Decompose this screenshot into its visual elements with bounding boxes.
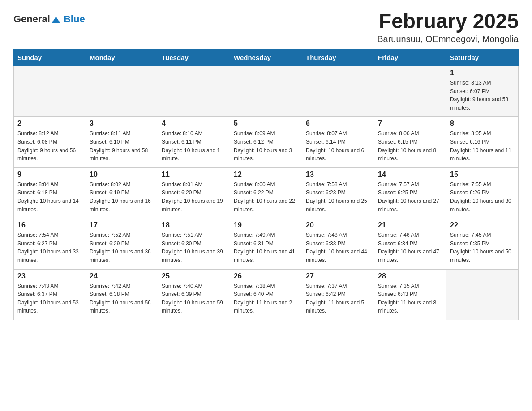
calendar-week-row: 2Sunrise: 8:12 AM Sunset: 6:08 PM Daylig… <box>14 117 519 167</box>
day-info: Sunrise: 7:57 AM Sunset: 6:25 PM Dayligh… <box>378 180 442 214</box>
day-info: Sunrise: 7:46 AM Sunset: 6:34 PM Dayligh… <box>378 231 442 264</box>
calendar-cell: 15Sunrise: 7:55 AM Sunset: 6:26 PM Dayli… <box>446 167 519 218</box>
calendar-week-row: 23Sunrise: 7:43 AM Sunset: 6:37 PM Dayli… <box>14 269 519 320</box>
day-info: Sunrise: 8:04 AM Sunset: 6:18 PM Dayligh… <box>17 180 82 214</box>
calendar-header-saturday: Saturday <box>446 49 519 66</box>
day-number: 25 <box>162 272 226 280</box>
day-number: 2 <box>17 120 82 128</box>
day-number: 15 <box>450 171 515 179</box>
calendar-cell: 14Sunrise: 7:57 AM Sunset: 6:25 PM Dayli… <box>374 167 446 218</box>
calendar-cell: 8Sunrise: 8:05 AM Sunset: 6:16 PM Daylig… <box>446 117 519 167</box>
day-info: Sunrise: 8:09 AM Sunset: 6:12 PM Dayligh… <box>234 129 298 163</box>
day-number: 28 <box>378 272 442 280</box>
calendar-cell: 7Sunrise: 8:06 AM Sunset: 6:15 PM Daylig… <box>374 117 446 167</box>
day-number: 24 <box>90 272 154 280</box>
calendar-cell <box>374 66 446 117</box>
day-number: 26 <box>234 272 298 280</box>
day-info: Sunrise: 7:54 AM Sunset: 6:27 PM Dayligh… <box>17 231 82 264</box>
day-number: 27 <box>306 272 370 280</box>
calendar-week-row: 9Sunrise: 8:04 AM Sunset: 6:18 PM Daylig… <box>14 167 519 218</box>
calendar-header-row: SundayMondayTuesdayWednesdayThursdayFrid… <box>14 49 519 66</box>
calendar-cell: 5Sunrise: 8:09 AM Sunset: 6:12 PM Daylig… <box>230 117 302 167</box>
logo-triangle-icon <box>51 15 61 25</box>
calendar-header-friday: Friday <box>374 49 446 66</box>
day-info: Sunrise: 8:12 AM Sunset: 6:08 PM Dayligh… <box>17 129 82 163</box>
calendar-cell <box>446 269 519 320</box>
calendar-cell <box>14 66 86 117</box>
day-info: Sunrise: 7:42 AM Sunset: 6:38 PM Dayligh… <box>90 282 154 315</box>
day-info: Sunrise: 7:38 AM Sunset: 6:40 PM Dayligh… <box>234 282 298 315</box>
day-number: 22 <box>450 221 515 229</box>
calendar-cell: 24Sunrise: 7:42 AM Sunset: 6:38 PM Dayli… <box>86 269 158 320</box>
calendar-cell: 4Sunrise: 8:10 AM Sunset: 6:11 PM Daylig… <box>158 117 230 167</box>
day-number: 10 <box>90 171 154 179</box>
location-text: Baruunsuu, OEmnoegovi, Mongolia <box>377 34 519 44</box>
day-number: 6 <box>306 120 370 128</box>
calendar-cell: 17Sunrise: 7:52 AM Sunset: 6:29 PM Dayli… <box>86 218 158 269</box>
day-number: 13 <box>306 171 370 179</box>
day-info: Sunrise: 7:51 AM Sunset: 6:30 PM Dayligh… <box>162 231 226 264</box>
logo: General Blue <box>13 13 85 25</box>
day-number: 5 <box>234 120 298 128</box>
calendar-cell: 11Sunrise: 8:01 AM Sunset: 6:20 PM Dayli… <box>158 167 230 218</box>
day-info: Sunrise: 7:45 AM Sunset: 6:35 PM Dayligh… <box>450 231 515 264</box>
calendar-cell <box>302 66 374 117</box>
day-info: Sunrise: 8:01 AM Sunset: 6:20 PM Dayligh… <box>162 180 226 214</box>
day-info: Sunrise: 8:10 AM Sunset: 6:11 PM Dayligh… <box>162 129 226 163</box>
calendar-cell: 3Sunrise: 8:11 AM Sunset: 6:10 PM Daylig… <box>86 117 158 167</box>
day-number: 12 <box>234 171 298 179</box>
day-number: 8 <box>450 120 515 128</box>
logo-blue-text: Blue <box>64 13 85 25</box>
calendar-cell: 23Sunrise: 7:43 AM Sunset: 6:37 PM Dayli… <box>14 269 86 320</box>
calendar-cell: 13Sunrise: 7:58 AM Sunset: 6:23 PM Dayli… <box>302 167 374 218</box>
logo-general-text: General <box>13 13 50 25</box>
day-info: Sunrise: 7:35 AM Sunset: 6:43 PM Dayligh… <box>378 282 442 315</box>
svg-marker-0 <box>52 17 60 23</box>
day-number: 20 <box>306 221 370 229</box>
day-info: Sunrise: 7:37 AM Sunset: 6:42 PM Dayligh… <box>306 282 370 315</box>
calendar-cell: 16Sunrise: 7:54 AM Sunset: 6:27 PM Dayli… <box>14 218 86 269</box>
calendar-cell <box>158 66 230 117</box>
day-info: Sunrise: 8:00 AM Sunset: 6:22 PM Dayligh… <box>234 180 298 214</box>
calendar-cell: 9Sunrise: 8:04 AM Sunset: 6:18 PM Daylig… <box>14 167 86 218</box>
calendar-cell <box>230 66 302 117</box>
day-info: Sunrise: 7:52 AM Sunset: 6:29 PM Dayligh… <box>90 231 154 264</box>
day-info: Sunrise: 7:49 AM Sunset: 6:31 PM Dayligh… <box>234 231 298 264</box>
day-info: Sunrise: 8:06 AM Sunset: 6:15 PM Dayligh… <box>378 129 442 163</box>
title-section: February 2025 Baruunsuu, OEmnoegovi, Mon… <box>377 9 519 44</box>
calendar-cell: 25Sunrise: 7:40 AM Sunset: 6:39 PM Dayli… <box>158 269 230 320</box>
day-info: Sunrise: 8:02 AM Sunset: 6:19 PM Dayligh… <box>90 180 154 214</box>
calendar-cell: 6Sunrise: 8:07 AM Sunset: 6:14 PM Daylig… <box>302 117 374 167</box>
calendar-cell: 2Sunrise: 8:12 AM Sunset: 6:08 PM Daylig… <box>14 117 86 167</box>
day-info: Sunrise: 7:55 AM Sunset: 6:26 PM Dayligh… <box>450 180 515 214</box>
calendar-cell: 10Sunrise: 8:02 AM Sunset: 6:19 PM Dayli… <box>86 167 158 218</box>
day-number: 19 <box>234 221 298 229</box>
calendar-header-monday: Monday <box>86 49 158 66</box>
calendar-cell: 19Sunrise: 7:49 AM Sunset: 6:31 PM Dayli… <box>230 218 302 269</box>
calendar-header-wednesday: Wednesday <box>230 49 302 66</box>
calendar-cell: 27Sunrise: 7:37 AM Sunset: 6:42 PM Dayli… <box>302 269 374 320</box>
calendar-header-sunday: Sunday <box>14 49 86 66</box>
day-info: Sunrise: 7:48 AM Sunset: 6:33 PM Dayligh… <box>306 231 370 264</box>
month-title: February 2025 <box>377 9 519 33</box>
calendar-header-thursday: Thursday <box>302 49 374 66</box>
day-info: Sunrise: 8:07 AM Sunset: 6:14 PM Dayligh… <box>306 129 370 163</box>
day-number: 7 <box>378 120 442 128</box>
day-number: 4 <box>162 120 226 128</box>
calendar-cell: 12Sunrise: 8:00 AM Sunset: 6:22 PM Dayli… <box>230 167 302 218</box>
day-number: 16 <box>17 221 82 229</box>
day-info: Sunrise: 8:11 AM Sunset: 6:10 PM Dayligh… <box>90 129 154 163</box>
day-number: 3 <box>90 120 154 128</box>
calendar-cell: 18Sunrise: 7:51 AM Sunset: 6:30 PM Dayli… <box>158 218 230 269</box>
calendar-cell: 28Sunrise: 7:35 AM Sunset: 6:43 PM Dayli… <box>374 269 446 320</box>
calendar-cell: 1Sunrise: 8:13 AM Sunset: 6:07 PM Daylig… <box>446 66 519 117</box>
day-number: 14 <box>378 171 442 179</box>
day-number: 17 <box>90 221 154 229</box>
calendar-week-row: 1Sunrise: 8:13 AM Sunset: 6:07 PM Daylig… <box>14 66 519 117</box>
calendar-header-tuesday: Tuesday <box>158 49 230 66</box>
page-header: General Blue February 2025 Baruunsuu, OE… <box>13 9 519 44</box>
calendar-cell: 26Sunrise: 7:38 AM Sunset: 6:40 PM Dayli… <box>230 269 302 320</box>
day-number: 11 <box>162 171 226 179</box>
calendar-cell <box>86 66 158 117</box>
day-number: 18 <box>162 221 226 229</box>
